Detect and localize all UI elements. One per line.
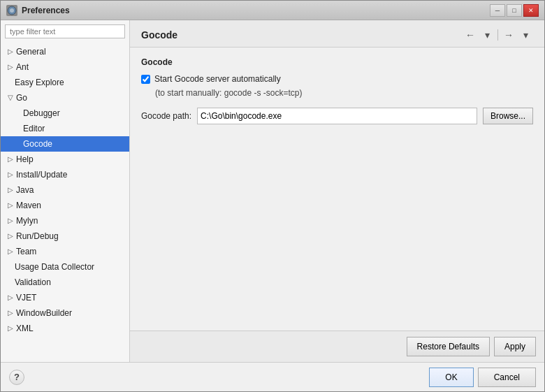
back-button[interactable]: ←	[463, 27, 478, 43]
sidebar-item-label: General	[16, 45, 125, 58]
chevron-down-icon: ▾	[523, 29, 528, 41]
window-icon	[6, 5, 17, 16]
footer: ? OK Cancel	[1, 362, 544, 391]
chevron-down-icon: ▾	[485, 29, 490, 41]
bottom-buttons-area: Restore Defaults Apply	[130, 331, 544, 362]
sidebar-item-gocode[interactable]: Gocode	[1, 136, 129, 152]
section-title: Gocode	[141, 57, 533, 67]
panel-body: Gocode Start Gocode server automatically…	[130, 48, 544, 331]
sidebar-item-xml[interactable]: ▷ XML	[1, 321, 129, 336]
path-label: Gocode path:	[141, 111, 191, 121]
sidebar-item-label: Team	[16, 245, 125, 258]
forward-dropdown-button[interactable]: ▾	[518, 27, 533, 43]
window-controls: ─ □ ✕	[490, 4, 539, 17]
manual-note: (to start manually: gocode -s -sock=tcp)	[155, 88, 533, 98]
title-bar: Preferences ─ □ ✕	[1, 1, 544, 20]
sidebar-item-install-update[interactable]: ▷ Install/Update	[1, 167, 129, 182]
back-icon: ←	[465, 29, 475, 41]
sidebar-item-label: Help	[16, 153, 125, 166]
arrow-icon: ▷	[6, 170, 15, 179]
sidebar-item-java[interactable]: ▷ Java	[1, 182, 129, 198]
main-content: ▷ General ▷ Ant Easy Explore ▽ Go De	[1, 20, 544, 362]
cancel-button[interactable]: Cancel	[478, 368, 536, 387]
panel-title: Gocode	[141, 29, 463, 41]
sidebar-item-help[interactable]: ▷ Help	[1, 152, 129, 167]
ok-button[interactable]: OK	[429, 368, 473, 387]
sidebar-item-label: Install/Update	[16, 168, 125, 181]
sidebar-item-label: WindowBuilder	[16, 307, 125, 319]
arrow-icon: ▷	[6, 217, 15, 225]
restore-defaults-button[interactable]: Restore Defaults	[407, 337, 490, 356]
tree-view: ▷ General ▷ Ant Easy Explore ▽ Go De	[1, 43, 129, 362]
arrow-icon: ▷	[6, 247, 15, 256]
maximize-button[interactable]: □	[507, 4, 522, 17]
sidebar-item-usage-data-collector[interactable]: Usage Data Collector	[1, 259, 129, 275]
forward-icon: →	[504, 29, 514, 41]
svg-point-1	[10, 8, 14, 13]
arrow-icon: ▷	[6, 186, 15, 194]
sidebar-item-label: Validation	[15, 276, 125, 289]
sidebar-item-label: Debugger	[23, 107, 125, 119]
sidebar-item-ant[interactable]: ▷ Ant	[1, 59, 129, 75]
sidebar-item-label: Maven	[16, 199, 125, 212]
apply-button[interactable]: Apply	[494, 337, 536, 356]
arrow-icon: ▷	[6, 324, 15, 333]
sidebar-item-label: Mylyn	[16, 215, 125, 227]
left-panel: ▷ General ▷ Ant Easy Explore ▽ Go De	[1, 20, 130, 362]
window-title: Preferences	[22, 6, 490, 15]
sidebar-item-validation[interactable]: Validation	[1, 275, 129, 290]
preferences-window: Preferences ─ □ ✕ ▷ General ▷ Ant	[0, 0, 545, 392]
arrow-icon: ▷	[6, 309, 15, 317]
sidebar-item-debugger[interactable]: Debugger	[1, 106, 129, 121]
arrow-icon: ▷	[6, 48, 15, 56]
toolbar-separator	[497, 29, 498, 41]
panel-header: Gocode ← ▾ → ▾	[130, 20, 544, 48]
arrow-icon: ▷	[6, 155, 15, 164]
sidebar-item-label: Go	[16, 92, 125, 104]
right-panel: Gocode ← ▾ → ▾	[130, 20, 544, 362]
arrow-icon: ▽	[6, 94, 15, 102]
forward-button[interactable]: →	[501, 27, 516, 43]
sidebar-item-easy-explore[interactable]: Easy Explore	[1, 75, 129, 90]
sidebar-item-team[interactable]: ▷ Team	[1, 244, 129, 259]
minimize-button[interactable]: ─	[490, 4, 505, 17]
checkbox-row: Start Gocode server automatically	[141, 74, 533, 84]
help-button[interactable]: ?	[9, 370, 24, 385]
sidebar-item-windowbuilder[interactable]: ▷ WindowBuilder	[1, 305, 129, 321]
sidebar-item-label: Run/Debug	[16, 230, 125, 242]
arrow-icon: ▷	[6, 63, 15, 71]
footer-ok-cancel: OK Cancel	[429, 368, 536, 387]
sidebar-item-label: Java	[16, 184, 125, 196]
dropdown-button[interactable]: ▾	[479, 27, 495, 43]
browse-button[interactable]: Browse...	[483, 108, 533, 124]
sidebar-item-general[interactable]: ▷ General	[1, 44, 129, 59]
sidebar-item-go[interactable]: ▽ Go	[1, 90, 129, 106]
close-button[interactable]: ✕	[523, 4, 539, 17]
sidebar-item-label: Editor	[23, 122, 125, 135]
toolbar-icons: ← ▾ → ▾	[463, 27, 533, 43]
sidebar-item-vjet[interactable]: ▷ VJET	[1, 290, 129, 305]
sidebar-item-label: VJET	[16, 291, 125, 304]
path-row: Gocode path: Browse...	[141, 108, 533, 124]
start-gocode-checkbox[interactable]	[141, 75, 150, 84]
checkbox-label: Start Gocode server automatically	[154, 74, 281, 84]
sidebar-item-label: Easy Explore	[15, 76, 125, 89]
sidebar-item-run-debug[interactable]: ▷ Run/Debug	[1, 228, 129, 244]
sidebar-item-editor[interactable]: Editor	[1, 121, 129, 136]
sidebar-item-label: Gocode	[23, 138, 125, 150]
sidebar-item-maven[interactable]: ▷ Maven	[1, 198, 129, 213]
arrow-icon: ▷	[6, 201, 15, 210]
path-input[interactable]	[197, 108, 477, 124]
filter-input[interactable]	[5, 24, 125, 38]
sidebar-item-label: XML	[16, 322, 125, 335]
sidebar-item-mylyn[interactable]: ▷ Mylyn	[1, 213, 129, 228]
sidebar-item-label: Ant	[16, 61, 125, 73]
arrow-icon: ▷	[6, 293, 15, 302]
sidebar-item-label: Usage Data Collector	[15, 261, 125, 273]
arrow-icon: ▷	[6, 232, 15, 240]
